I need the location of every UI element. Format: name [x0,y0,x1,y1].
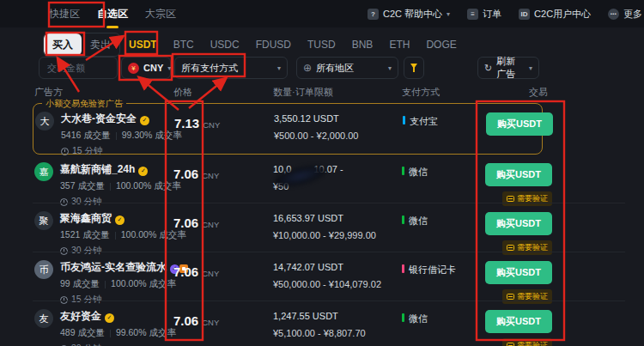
order-limits: ¥10,000.00 - ¥29,999.00 [273,230,398,240]
id-card-icon [507,343,514,346]
price-value: 7.06 [173,313,198,328]
payment-method: 支付宝 [410,115,438,128]
chevron-down-icon: ▾ [529,64,532,72]
price-cell: 7.06CNY [170,252,269,306]
coin-tab-bnb[interactable]: BNB [352,39,374,51]
globe-icon: ⊕ [303,63,312,73]
merchant-name[interactable]: 币友鸿运-实名查验流水 [60,260,167,275]
header-price: 价格 [170,86,269,99]
buy-tab[interactable]: 买入 [44,33,82,56]
merchant-name[interactable]: 大水巷-资金安全 [61,112,137,126]
verified-check-icon: ✓ [140,116,149,125]
orders-count: 5416 成交量 [61,130,111,142]
amount-filter [39,57,118,79]
coin-tab-eth[interactable]: ETH [389,39,410,51]
merchant-stats: 5416 成交量 99.30% 成交率 [61,130,182,142]
completion-rate: 100.00% 成交率 [111,278,176,290]
completion-rate: 99.60% 成交率 [116,327,176,339]
coin-tab-btc[interactable]: BTC [173,39,194,51]
available-amount: 1,247.55 USDT [273,311,338,321]
merchant-badges: ✓ [105,310,114,323]
funnel-icon [410,64,417,72]
order-limits: ¥500.00 - ¥2,000.00 [274,131,398,141]
payment-method: 银行借记卡 [409,264,456,276]
topnav-menu-item[interactable]: ≡订单 [467,8,501,21]
table-row: 币 币友鸿运-实名查验流水 ✓ 99 成交量 100.00% 成交率 15 分钟… [33,252,625,300]
amount-cell: 16,653.97 USDT ¥10,000.00 - ¥29,999.00 [269,203,398,257]
time-limit-label: 30 分钟 [71,343,102,346]
merchant-name[interactable]: 聚海鑫商贸 [60,211,112,226]
amount-cell: 14,742.07 USDT ¥50,000.00 - ¥104,079.02 [269,252,398,306]
merchant-name[interactable]: 嘉航新商铺_24h [60,162,135,177]
amount-input[interactable] [46,62,111,74]
topnav-tabs: 快捷区自选区大宗区 [47,0,178,28]
stats-divider [116,132,117,140]
topnav-menu-item[interactable]: ⋯更多▾ [608,8,644,21]
buy-usdt-button[interactable]: 购买USDT [485,212,552,235]
price-value: 7.06 [173,215,198,230]
merchant-name[interactable]: 友好资金 [60,309,101,324]
available-amount: 14,742.07 USDT [273,262,343,272]
coin-tab-usdc[interactable]: USDC [210,39,240,51]
merchant-badges: ✓ [138,163,148,176]
chevron-down-icon: ▾ [167,64,171,72]
cny-currency-icon: ¥ [128,63,139,74]
buy-usdt-button[interactable]: 购买USDT [486,112,553,136]
topnav-tab[interactable]: 大宗区 [143,0,178,28]
topnav-menu-label: 更多 [623,8,642,21]
topnav-menu-label: C2C 帮助中心 [383,8,442,21]
topnav-menu-item[interactable]: ?C2C 帮助中心▾ [368,8,450,21]
price-currency: CNY [203,120,220,130]
promo-offer-box: 小额交易免验资广告 大 大水巷-资金安全 ✓ 5416 成交量 99.30% 成… [33,103,543,155]
price-currency: CNY [202,318,219,327]
coin-tab-usdt[interactable]: USDT [129,39,157,51]
payment-method-select[interactable]: 所有支付方式 ▾ [174,57,288,79]
sell-tab[interactable]: 卖出 [82,33,119,56]
header-payment: 支付方式 [398,86,479,99]
coin-tab-tusd[interactable]: TUSD [307,39,336,51]
chevron-down-icon: ▾ [447,10,450,18]
region-select[interactable]: ⊕ 所有地区 ▾ [296,57,398,79]
topnav-tab[interactable]: 快捷区 [47,0,82,28]
available-amount-extra: 10.07 - [313,164,343,174]
top-navigation-bar: 快捷区自选区大宗区 ?C2C 帮助中心▾≡订单IDC2C用户中心⋯更多▾ [0,0,644,27]
merchant-avatar: 大 [35,112,54,131]
coin-tab-fdusd[interactable]: FDUSD [256,39,291,51]
refresh-ads-button[interactable]: ↻ 刷新广告 ▾ [477,57,539,79]
payment-cell: 微信 [398,155,479,208]
merchant-stats: 1521 成交量 100.00% 成交率 [60,229,186,241]
orders-count: 357 成交量 [60,180,105,192]
buy-usdt-button[interactable]: 购买USDT [485,163,552,186]
payment-time-limit: 30 分钟 [60,343,176,346]
chevron-down-icon: ▾ [388,64,392,72]
chevron-down-icon: ▾ [277,64,281,72]
buy-usdt-button[interactable]: 购买USDT [485,261,552,284]
topnav-menu-item[interactable]: IDC2C用户中心 [519,8,591,21]
merchant-stats: 489 成交量 99.60% 成交率 [60,327,176,339]
merchant-stats: 357 成交量 100.00% 成交率 [60,180,181,192]
payment-cell: 微信 [398,203,479,257]
payment-cell: 银行借记卡 [398,252,479,306]
c2c-trading-page: 快捷区自选区大宗区 ?C2C 帮助中心▾≡订单IDC2C用户中心⋯更多▾ 买入 … [0,0,644,346]
verified-check-icon: ✓ [105,313,114,323]
coin-tab-doge[interactable]: DOGE [426,39,456,51]
orders-count: 489 成交量 [60,327,105,339]
stats-divider [110,330,111,337]
buy-usdt-button[interactable]: 购买USDT [485,310,552,333]
fiat-select[interactable]: ¥ CNY ▾ [121,57,171,79]
topnav-menu-label: 订单 [483,8,501,21]
payment-method: 微信 [409,215,428,228]
payment-color-bar [403,116,405,124]
topnav-tab[interactable]: 自选区 [95,0,130,28]
fiat-label: CNY [143,63,163,73]
table-row: 聚 聚海鑫商贸 ✓ 1521 成交量 100.00% 成交率 30 分钟 7.0… [33,203,625,252]
payment-color-bar [402,264,404,273]
verification-required-label: 需要验证 [517,340,548,346]
merchant-avatar: 聚 [34,211,53,230]
table-row: 大 大水巷-资金安全 ✓ 5416 成交量 99.30% 成交率 15 分钟 7… [33,104,542,152]
refresh-ads-label: 刷新广告 [496,55,525,81]
topnav-menu: ?C2C 帮助中心▾≡订单IDC2C用户中心⋯更多▾ [368,0,644,27]
id-card-icon [507,196,514,202]
filter-button[interactable] [404,57,424,79]
price-value: 7.06 [173,264,198,279]
